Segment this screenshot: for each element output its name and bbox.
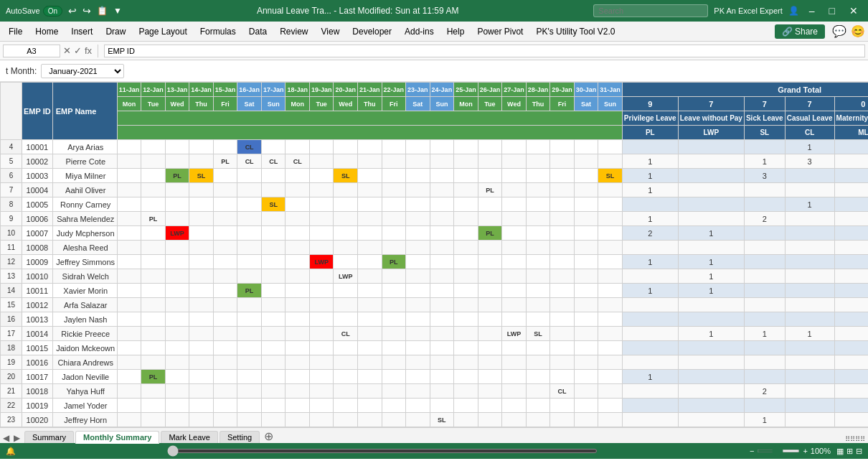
emp-id-cell[interactable]: 10014 [22, 327, 53, 341]
day-cell-24[interactable] [430, 298, 454, 312]
day-cell-24[interactable] [430, 370, 454, 384]
day-cell-16[interactable] [237, 212, 262, 226]
ml-val[interactable] [834, 226, 868, 241]
day-cell-30[interactable] [574, 212, 598, 226]
day-cell-25[interactable] [454, 355, 478, 370]
day-cell-31[interactable] [598, 183, 623, 197]
day-cell-24[interactable] [430, 312, 454, 327]
day-cell-19[interactable] [309, 169, 334, 183]
ml-val[interactable] [834, 284, 868, 298]
day-cell-26[interactable] [478, 212, 502, 226]
cl-val[interactable] [785, 399, 834, 413]
day-cell-29[interactable]: CL [550, 384, 575, 399]
ml-val[interactable] [834, 327, 868, 341]
lwp-val[interactable]: 1 [678, 226, 744, 241]
day-cell-20[interactable] [334, 413, 358, 427]
day-cell-20[interactable] [334, 154, 358, 169]
emp-id-cell[interactable]: 10015 [22, 341, 53, 355]
day-cell-25[interactable] [454, 384, 478, 399]
day-cell-22[interactable] [382, 413, 406, 427]
cancel-formula-icon[interactable]: ✕ [63, 45, 71, 56]
day-cell-17[interactable] [261, 255, 286, 269]
day-cell-12[interactable]: PL [141, 212, 166, 226]
day-cell-15[interactable]: PL [213, 154, 237, 169]
day-cell-27[interactable] [502, 399, 527, 413]
day-cell-14[interactable] [189, 212, 214, 226]
day-cell-25[interactable] [454, 298, 478, 312]
day-cell-19[interactable] [309, 154, 334, 169]
day-cell-18[interactable] [286, 298, 310, 312]
day-cell-11[interactable] [117, 212, 141, 226]
cl-val[interactable] [785, 255, 834, 269]
day-cell-31[interactable] [598, 298, 623, 312]
day-cell-31[interactable] [598, 241, 623, 255]
day-cell-30[interactable] [574, 327, 598, 341]
day-cell-23[interactable] [406, 413, 430, 427]
day-cell-27[interactable] [502, 370, 527, 384]
emp-name-cell[interactable]: Chiara Andrews [52, 355, 117, 370]
day-cell-29[interactable] [550, 212, 575, 226]
pl-val[interactable] [622, 355, 678, 370]
day-cell-28[interactable] [526, 399, 550, 413]
day-cell-27[interactable] [502, 312, 527, 327]
sl-val[interactable]: 3 [744, 169, 785, 183]
day-cell-11[interactable] [117, 370, 141, 384]
day-cell-17[interactable] [261, 341, 286, 355]
zoom-in-icon[interactable]: + [803, 447, 807, 455]
cl-val[interactable] [785, 370, 834, 384]
day-cell-24[interactable] [430, 327, 454, 341]
day-cell-26[interactable] [478, 284, 502, 298]
day-cell-27[interactable] [502, 298, 527, 312]
ml-val[interactable] [834, 312, 868, 327]
day-cell-20[interactable] [334, 140, 358, 154]
menu-utility-tool[interactable]: PK's Utility Tool V2.0 [530, 24, 621, 39]
menu-page-layout[interactable]: Page Layout [133, 24, 192, 39]
day-cell-23[interactable] [406, 399, 430, 413]
minimize-button[interactable]: – [805, 4, 819, 18]
day-cell-24[interactable] [430, 197, 454, 212]
pl-val[interactable] [622, 312, 678, 327]
day-cell-28[interactable] [526, 370, 550, 384]
day-cell-21[interactable] [358, 370, 382, 384]
day-cell-17[interactable] [261, 226, 286, 241]
emp-id-cell[interactable]: 10017 [22, 370, 53, 384]
pl-val[interactable]: 2 [622, 226, 678, 241]
lwp-val[interactable] [678, 341, 744, 355]
day-cell-11[interactable] [117, 341, 141, 355]
day-cell-31[interactable] [598, 355, 623, 370]
day-cell-14[interactable] [189, 197, 214, 212]
day-cell-24[interactable] [430, 284, 454, 298]
day-cell-29[interactable] [550, 183, 575, 197]
notification-icon[interactable]: 🔔 [6, 447, 16, 456]
day-cell-16[interactable] [237, 269, 262, 284]
day-cell-15[interactable] [213, 370, 237, 384]
day-cell-22[interactable] [382, 197, 406, 212]
day-cell-22[interactable] [382, 384, 406, 399]
view-normal-icon[interactable]: ▦ [836, 447, 844, 456]
day-cell-12[interactable] [141, 154, 166, 169]
day-cell-28[interactable] [526, 169, 550, 183]
day-cell-27[interactable] [502, 140, 527, 154]
sl-val[interactable]: 1 [744, 154, 785, 169]
lwp-val[interactable] [678, 183, 744, 197]
day-cell-11[interactable] [117, 269, 141, 284]
ml-val[interactable] [834, 212, 868, 226]
day-cell-26[interactable] [478, 241, 502, 255]
day-cell-26[interactable] [478, 370, 502, 384]
day-cell-24[interactable] [430, 183, 454, 197]
menu-draw[interactable]: Draw [100, 24, 131, 39]
day-cell-26[interactable] [478, 154, 502, 169]
day-cell-18[interactable] [286, 241, 310, 255]
day-cell-30[interactable] [574, 370, 598, 384]
emp-id-cell[interactable]: 10020 [22, 413, 53, 427]
day-cell-13[interactable] [165, 140, 189, 154]
day-cell-13[interactable] [165, 399, 189, 413]
day-cell-21[interactable] [358, 169, 382, 183]
day-cell-21[interactable] [358, 355, 382, 370]
day-cell-21[interactable] [358, 154, 382, 169]
view-page-icon[interactable]: ⊟ [856, 447, 862, 456]
emp-id-cell[interactable]: 10003 [22, 169, 53, 183]
day-cell-20[interactable] [334, 298, 358, 312]
day-cell-24[interactable] [430, 241, 454, 255]
day-cell-12[interactable] [141, 255, 166, 269]
